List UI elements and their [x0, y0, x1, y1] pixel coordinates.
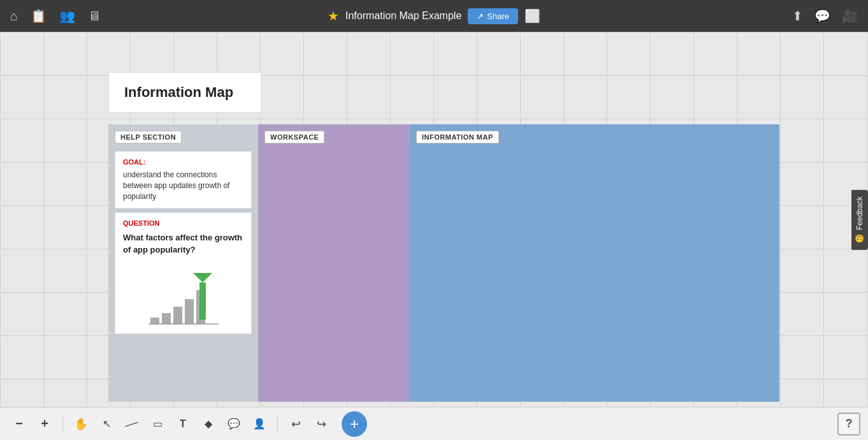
separator-2	[277, 415, 278, 433]
add-button[interactable]: +	[342, 411, 367, 437]
home-icon[interactable]: ⌂	[10, 9, 18, 24]
toolbar-left: ⌂ 📋 👥 🖥	[10, 8, 101, 24]
question-label: QUESTION	[123, 219, 243, 227]
question-text: What factors affect the growth of app po…	[123, 232, 243, 255]
present-icon[interactable]: ⬜	[524, 8, 540, 24]
undo-button[interactable]: ↩	[284, 413, 307, 436]
workspace-section: WORKSPACE	[258, 124, 410, 402]
text-tool-button[interactable]: T	[171, 413, 194, 436]
video-icon[interactable]: 🎥	[842, 8, 858, 24]
feedback-emoji: 😊	[855, 234, 864, 244]
svg-rect-3	[185, 299, 194, 324]
redo-button[interactable]: ↪	[310, 413, 333, 436]
feedback-tab[interactable]: 😊 Feedback	[851, 190, 868, 250]
upload-icon[interactable]: ⬆	[792, 8, 803, 24]
svg-marker-5	[193, 273, 212, 282]
canvas-title: Information Map	[124, 84, 245, 101]
help-button[interactable]: ?	[837, 413, 860, 436]
document-title: Information Map Example	[345, 10, 461, 22]
zoom-in-button[interactable]: +	[33, 413, 56, 436]
info-map-section: INFORMATION MAP	[410, 124, 779, 402]
star-icon[interactable]: ★	[328, 8, 339, 24]
share-icon: ↗	[477, 11, 484, 21]
goal-text: understand the connections between app u…	[123, 170, 243, 202]
goal-card: GOAL: understand the connections between…	[115, 151, 252, 209]
svg-rect-6	[199, 282, 206, 319]
hand-tool-button[interactable]: ✋	[69, 413, 92, 436]
rect-tool-button[interactable]: ▭	[146, 413, 169, 436]
growth-chart	[145, 270, 222, 327]
pen-tool-button[interactable]: ╱	[116, 407, 148, 440]
zoom-out-button[interactable]: −	[8, 413, 31, 436]
separator-1	[62, 415, 63, 433]
person-tool-button[interactable]: 👤	[248, 413, 271, 436]
workspace-label: WORKSPACE	[264, 131, 324, 143]
toolbar-center: ★ Information Map Example ↗ Share ⬜	[328, 8, 540, 24]
canvas-area[interactable]: Information Map HELP SECTION GOAL: under…	[0, 32, 868, 407]
chart-graphic	[123, 263, 243, 327]
bottom-tools: − + ✋ ↖ ╱ ▭ T ◆ 💬 👤 ↩ ↪ +	[8, 411, 367, 437]
title-card: Information Map	[108, 72, 261, 113]
cursor-tool-button[interactable]: ↖	[95, 413, 118, 436]
toolbar-right: ⬆ 💬 🎥	[792, 8, 858, 24]
bottom-toolbar: − + ✋ ↖ ╱ ▭ T ◆ 💬 👤 ↩ ↪ + ?	[0, 407, 868, 440]
sections-row: HELP SECTION GOAL: understand the connec…	[108, 124, 779, 402]
help-section: HELP SECTION GOAL: understand the connec…	[108, 124, 258, 402]
screen-icon[interactable]: 🖥	[88, 9, 101, 24]
help-section-label: HELP SECTION	[115, 131, 182, 143]
info-map-label: INFORMATION MAP	[416, 131, 499, 143]
share-button[interactable]: ↗ Share	[468, 8, 518, 24]
question-card: QUESTION What factors affect the growth …	[115, 212, 252, 334]
svg-rect-0	[150, 318, 159, 324]
feedback-label: Feedback	[855, 196, 864, 230]
users-icon[interactable]: 👥	[59, 8, 75, 24]
shape-tool-button[interactable]: ◆	[197, 413, 220, 436]
top-toolbar: ⌂ 📋 👥 🖥 ★ Information Map Example ↗ Shar…	[0, 0, 868, 32]
svg-rect-2	[173, 307, 182, 324]
goal-label: GOAL:	[123, 158, 243, 166]
comment-icon[interactable]: 💬	[814, 8, 830, 24]
svg-rect-1	[162, 313, 171, 324]
comment-tool-button[interactable]: 💬	[222, 413, 245, 436]
book-icon[interactable]: 📋	[31, 8, 47, 24]
